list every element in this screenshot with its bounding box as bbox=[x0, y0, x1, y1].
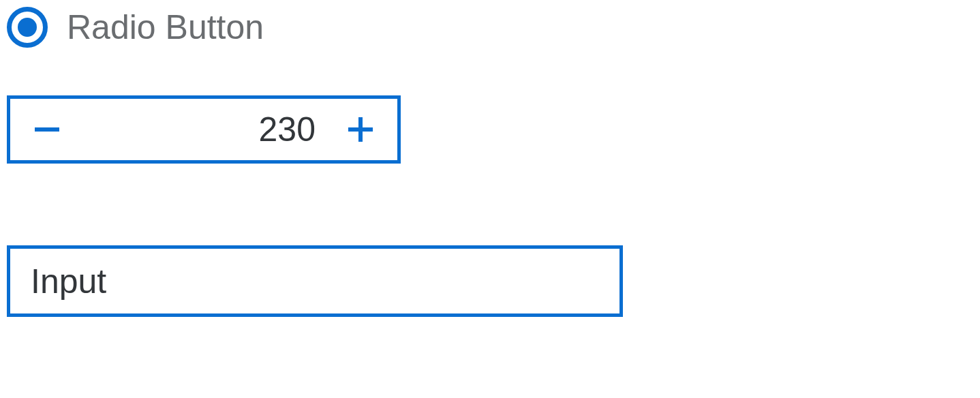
radio-button-dot bbox=[18, 18, 37, 37]
stepper-decrement-button[interactable] bbox=[10, 99, 84, 160]
radio-button[interactable] bbox=[7, 7, 48, 48]
quantity-stepper bbox=[7, 95, 401, 164]
svg-rect-2 bbox=[358, 117, 363, 142]
radio-button-row: Radio Button bbox=[7, 7, 973, 48]
radio-button-label: Radio Button bbox=[67, 10, 264, 44]
stepper-increment-button[interactable] bbox=[324, 99, 397, 160]
stepper-value-input[interactable] bbox=[84, 110, 316, 149]
text-input[interactable] bbox=[7, 245, 623, 317]
stepper-value-wrap bbox=[84, 99, 324, 160]
plus-icon bbox=[346, 114, 376, 144]
minus-icon bbox=[32, 114, 62, 144]
svg-rect-0 bbox=[35, 127, 59, 132]
